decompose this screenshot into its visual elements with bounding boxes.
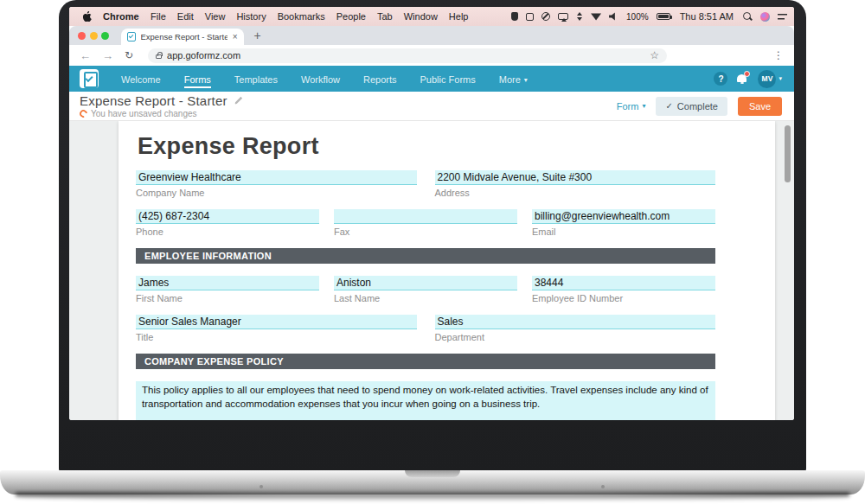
menubar-clock[interactable]: Thu 8:51 AM xyxy=(680,11,734,22)
policy-text-area[interactable]: This policy applies to all our employees… xyxy=(136,381,715,420)
browser-tab[interactable]: Expense Report - Starter × xyxy=(121,29,244,45)
menubar-item-file[interactable]: File xyxy=(151,11,166,22)
browser-toolbar: ← → ↻ app.goformz.com ☆ ⋮ xyxy=(69,45,794,66)
field-title: Senior Sales Manager Title xyxy=(136,315,417,342)
menubar-item-history[interactable]: History xyxy=(236,11,266,22)
address-label: Address xyxy=(435,188,716,198)
menubar-item-people[interactable]: People xyxy=(336,11,366,22)
app-nav-items: Welcome Forms Templates Workflow Reports… xyxy=(121,69,528,88)
menubar-app-name[interactable]: Chrome xyxy=(103,11,139,22)
browser-tabstrip: Expense Report - Starter × + xyxy=(69,26,794,45)
company-name-input[interactable]: Greenview Healthcare xyxy=(136,170,417,185)
menubar-item-view[interactable]: View xyxy=(205,11,226,22)
laptop-base xyxy=(0,470,865,494)
do-not-disturb-icon[interactable] xyxy=(541,12,550,21)
complete-button-label: Complete xyxy=(677,101,718,112)
fax-input[interactable] xyxy=(334,209,517,224)
browser-window: Expense Report - Starter × + ← → ↻ app.g… xyxy=(69,26,794,420)
nav-item-more[interactable]: More ▾ xyxy=(499,69,528,88)
app-nav-right: ? MV ▾ xyxy=(714,70,782,88)
goformz-favicon-icon xyxy=(127,32,136,41)
department-input[interactable]: Sales xyxy=(435,315,716,329)
siri-icon[interactable] xyxy=(760,12,770,22)
help-button[interactable]: ? xyxy=(714,72,727,86)
laptop-lid-notch xyxy=(405,470,460,477)
field-email: billing@greenviewhealth.com Email xyxy=(532,209,715,237)
window-minimize-button[interactable] xyxy=(90,32,98,40)
window-zoom-button[interactable] xyxy=(101,32,109,40)
app-navbar: Welcome Forms Templates Workflow Reports… xyxy=(69,66,794,92)
back-icon[interactable]: ← xyxy=(80,49,91,62)
nav-item-templates[interactable]: Templates xyxy=(234,69,278,88)
menubar-item-window[interactable]: Window xyxy=(404,11,438,22)
wifi-icon[interactable] xyxy=(591,13,601,21)
address-input[interactable]: 2200 Midvale Avenue, Suite #300 xyxy=(435,170,716,185)
menubar-item-edit[interactable]: Edit xyxy=(177,11,194,22)
lock-icon xyxy=(156,54,162,59)
user-menu[interactable]: MV ▾ xyxy=(758,70,782,88)
spotlight-search-icon[interactable] xyxy=(743,12,753,22)
window-close-button[interactable] xyxy=(78,32,86,40)
form-dropdown[interactable]: Form ▾ xyxy=(617,101,646,112)
phone-input[interactable]: (425) 687-2304 xyxy=(136,209,319,224)
last-name-label: Last Name xyxy=(334,293,517,303)
save-button[interactable]: Save xyxy=(738,97,782,116)
notification-center-icon[interactable] xyxy=(778,13,787,20)
avatar: MV xyxy=(758,70,776,88)
menubar-item-bookmarks[interactable]: Bookmarks xyxy=(278,11,325,22)
menubar-item-help[interactable]: Help xyxy=(449,11,469,22)
battery-icon[interactable] xyxy=(657,13,670,20)
airplay-display-icon[interactable] xyxy=(558,13,568,20)
square-status-icon[interactable] xyxy=(526,13,534,21)
nav-item-reports[interactable]: Reports xyxy=(363,69,397,88)
chevron-down-icon: ▾ xyxy=(778,75,782,82)
phone-label: Phone xyxy=(136,226,319,237)
new-tab-button[interactable]: + xyxy=(254,29,261,41)
reload-icon[interactable]: ↻ xyxy=(125,49,133,61)
edit-title-pencil-icon[interactable] xyxy=(234,97,242,105)
complete-button[interactable]: ✓ Complete xyxy=(656,97,727,116)
form-page: Expense Report Greenview Healthcare Comp… xyxy=(119,121,775,420)
bookmark-star-icon[interactable]: ☆ xyxy=(650,49,659,61)
updates-icon[interactable] xyxy=(576,12,583,21)
nav-item-workflow[interactable]: Workflow xyxy=(301,69,340,88)
url-text[interactable]: app.goformz.com xyxy=(167,50,644,61)
apple-logo-icon[interactable] xyxy=(83,11,92,22)
tab-close-icon[interactable]: × xyxy=(233,32,238,41)
department-label: Department xyxy=(435,332,716,342)
email-input[interactable]: billing@greenviewhealth.com xyxy=(532,209,715,224)
nav-item-forms[interactable]: Forms xyxy=(184,69,211,88)
address-bar[interactable]: app.goformz.com ☆ xyxy=(148,48,667,63)
field-fax: Fax xyxy=(334,209,517,237)
field-department: Sales Department xyxy=(435,315,716,342)
notification-badge xyxy=(744,71,750,77)
employee-id-input[interactable]: 38444 xyxy=(532,276,715,290)
laptop-bezel: Chrome File Edit View History Bookmarks … xyxy=(59,0,806,472)
forward-icon[interactable]: → xyxy=(102,49,113,62)
base-screw-dot xyxy=(260,485,263,488)
last-name-input[interactable]: Aniston xyxy=(334,276,517,290)
unsaved-sync-icon xyxy=(78,108,89,119)
browser-menu-icon[interactable]: ⋮ xyxy=(773,49,784,61)
notifications-bell-icon[interactable] xyxy=(737,73,748,85)
nav-item-welcome[interactable]: Welcome xyxy=(121,69,161,88)
chevron-down-icon: ▾ xyxy=(642,102,645,110)
battery-percent: 100% xyxy=(626,12,649,22)
title-input[interactable]: Senior Sales Manager xyxy=(136,315,417,329)
field-address: 2200 Midvale Avenue, Suite #300 Address xyxy=(435,170,716,198)
first-name-label: First Name xyxy=(136,293,319,303)
page-title: Expense Report - Starter xyxy=(80,93,227,108)
employee-id-label: Employee ID Number xyxy=(532,293,715,303)
shield-extension-icon[interactable] xyxy=(511,12,518,21)
nav-item-public-forms[interactable]: Public Forms xyxy=(420,69,476,88)
menubar-item-tab[interactable]: Tab xyxy=(377,11,393,22)
macos-menubar: Chrome File Edit View History Bookmarks … xyxy=(69,7,794,26)
field-last-name: Aniston Last Name xyxy=(334,276,517,303)
unsaved-changes-text: You have unsaved changes xyxy=(91,109,197,118)
goformz-logo-icon[interactable] xyxy=(80,69,99,88)
form-title: Expense Report xyxy=(138,133,715,160)
vertical-scrollbar[interactable] xyxy=(785,125,791,182)
first-name-input[interactable]: James xyxy=(136,276,319,290)
unsaved-changes-status: You have unsaved changes xyxy=(80,109,243,118)
volume-icon[interactable] xyxy=(609,12,618,21)
